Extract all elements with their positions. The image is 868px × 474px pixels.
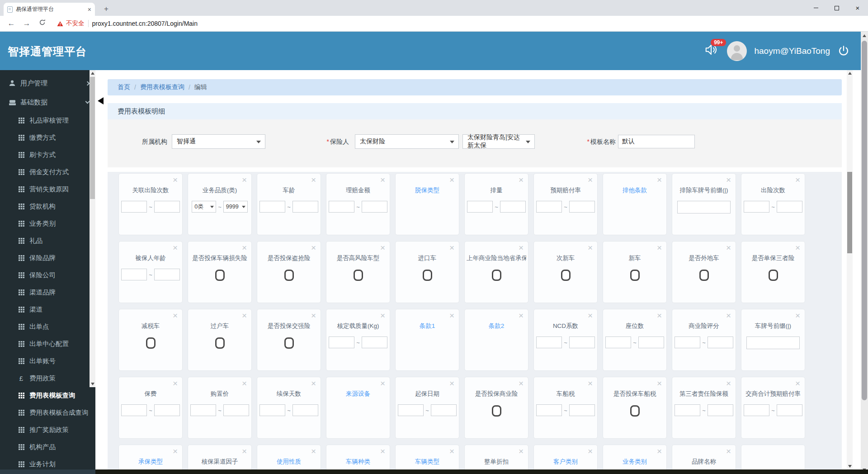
sidebar-item-费用表模板查询[interactable]: 费用表模板查询 — [0, 387, 95, 404]
card-title-link[interactable]: 承保类型 — [121, 458, 180, 466]
range-max-input[interactable] — [500, 201, 526, 213]
checkbox[interactable] — [561, 270, 571, 281]
range-min-input[interactable] — [467, 201, 493, 213]
checkbox[interactable] — [492, 270, 501, 281]
range-min-input[interactable] — [259, 201, 285, 213]
card-close-icon[interactable]: × — [242, 379, 247, 388]
card-title-link[interactable]: 脱保类型 — [397, 186, 457, 194]
card-close-icon[interactable]: × — [449, 243, 454, 252]
checkbox[interactable] — [630, 405, 640, 417]
card-close-icon[interactable]: × — [173, 379, 178, 388]
sidebar-item-费用表模板合成查询[interactable]: 费用表模板合成查询 — [0, 404, 95, 421]
insurer-select[interactable]: 太保财险 — [355, 134, 459, 149]
sidebar-item-机构产品[interactable]: 机构产品 — [0, 438, 95, 455]
minimize-button[interactable] — [806, 0, 826, 16]
back-button[interactable]: ← — [5, 19, 18, 28]
content-scrollbar[interactable] — [847, 70, 853, 469]
card-close-icon[interactable]: × — [519, 175, 524, 184]
checkbox[interactable] — [630, 270, 640, 281]
sidebar-item-礼品审核管理[interactable]: 礼品审核管理 — [0, 112, 95, 129]
range-max-input[interactable] — [777, 201, 802, 213]
card-close-icon[interactable]: × — [242, 243, 247, 252]
close-window-button[interactable]: × — [847, 0, 868, 16]
card-close-icon[interactable]: × — [519, 379, 524, 388]
checkbox[interactable] — [492, 405, 501, 417]
sidebar-item-营销失败原因[interactable]: 营销失败原因 — [0, 180, 95, 198]
card-close-icon[interactable]: × — [726, 175, 731, 184]
card-close-icon[interactable]: × — [380, 243, 385, 252]
checkbox[interactable] — [284, 337, 294, 349]
sidebar-item-业务类别[interactable]: 业务类别 — [0, 215, 95, 232]
sidebar-item-出单点[interactable]: 出单点 — [0, 318, 95, 335]
content-scroll-up[interactable] — [847, 70, 853, 76]
card-close-icon[interactable]: × — [795, 311, 800, 320]
card-close-icon[interactable]: × — [726, 311, 731, 320]
breadcrumb-home[interactable]: 首页 — [118, 83, 130, 91]
card-close-icon[interactable]: × — [795, 379, 800, 388]
range-max-input[interactable] — [431, 404, 457, 416]
range-max-input[interactable] — [569, 201, 595, 213]
content-scroll-down[interactable] — [847, 463, 853, 469]
card-close-icon[interactable]: × — [173, 175, 178, 184]
sidebar-item-礼品[interactable]: 礼品 — [0, 232, 95, 249]
checkbox[interactable] — [284, 270, 294, 281]
range-max-select[interactable]: 9999 — [223, 201, 248, 213]
range-min-input[interactable] — [398, 404, 424, 416]
sidebar-collapse-arrow[interactable] — [98, 97, 104, 104]
range-max-input[interactable] — [638, 337, 664, 348]
card-close-icon[interactable]: × — [588, 243, 593, 252]
card-title-link[interactable]: 排他条款 — [605, 186, 665, 194]
notifications-button[interactable]: 99+ — [704, 43, 720, 59]
card-close-icon[interactable]: × — [588, 311, 593, 320]
card-close-icon[interactable]: × — [519, 243, 524, 252]
range-min-input[interactable] — [536, 337, 562, 348]
card-close-icon[interactable]: × — [588, 379, 593, 388]
range-max-input[interactable] — [292, 201, 318, 213]
range-min-input[interactable] — [605, 337, 631, 348]
power-icon[interactable] — [837, 45, 850, 57]
card-title-link[interactable]: 条款2 — [467, 322, 526, 330]
range-min-input[interactable] — [536, 201, 562, 213]
card-close-icon[interactable]: × — [657, 311, 662, 320]
range-min-input[interactable] — [121, 269, 147, 280]
card-close-icon[interactable]: × — [380, 447, 385, 455]
sidebar-item-基础数据[interactable]: 基础数据 — [0, 93, 95, 112]
browser-tab[interactable]: 易保通管理平台 × — [4, 3, 95, 16]
range-min-select[interactable]: 0类 — [192, 201, 216, 213]
checkbox[interactable] — [215, 270, 225, 281]
range-max-input[interactable] — [708, 404, 733, 416]
sidebar-item-出单账号[interactable]: 出单账号 — [0, 352, 95, 370]
insurer-branch-select[interactable]: 太保财险青岛|安达新太保 — [462, 134, 535, 149]
reload-button[interactable] — [35, 19, 49, 28]
browser-scrollbar[interactable] — [861, 32, 868, 474]
card-close-icon[interactable]: × — [242, 311, 247, 320]
browser-scroll-thumb[interactable] — [862, 41, 867, 400]
card-close-icon[interactable]: × — [657, 447, 662, 455]
range-min-input[interactable] — [744, 404, 769, 416]
card-close-icon[interactable]: × — [657, 243, 662, 252]
content-scroll-thumb[interactable] — [847, 172, 852, 253]
card-close-icon[interactable]: × — [519, 447, 524, 455]
card-close-icon[interactable]: × — [311, 243, 316, 252]
range-min-input[interactable] — [121, 404, 147, 416]
range-max-input[interactable] — [154, 269, 180, 280]
sidebar-item-渠道[interactable]: 渠道 — [0, 301, 95, 318]
card-close-icon[interactable]: × — [657, 379, 662, 388]
checkbox[interactable] — [354, 270, 363, 281]
new-tab-button[interactable]: + — [100, 4, 112, 14]
sidebar-item-刷卡方式[interactable]: 刷卡方式 — [0, 146, 95, 163]
sidebar-item-贷款机构[interactable]: 贷款机构 — [0, 198, 95, 215]
card-title-link[interactable]: 客户类别 — [536, 458, 595, 466]
range-min-input[interactable] — [744, 201, 769, 213]
range-max-input[interactable] — [362, 337, 387, 348]
prefix-input[interactable] — [746, 337, 800, 349]
breadcrumb-fee-template-query[interactable]: 费用表模板查询 — [140, 83, 184, 91]
range-max-input[interactable] — [569, 404, 595, 416]
card-close-icon[interactable]: × — [242, 447, 247, 455]
range-min-input[interactable] — [329, 337, 354, 348]
card-close-icon[interactable]: × — [380, 379, 385, 388]
sidebar-scroll-down[interactable] — [90, 381, 95, 387]
sidebar-item-推广奖励政策[interactable]: 推广奖励政策 — [0, 421, 95, 438]
forward-button[interactable]: → — [20, 19, 33, 28]
tab-close-icon[interactable]: × — [88, 6, 91, 13]
